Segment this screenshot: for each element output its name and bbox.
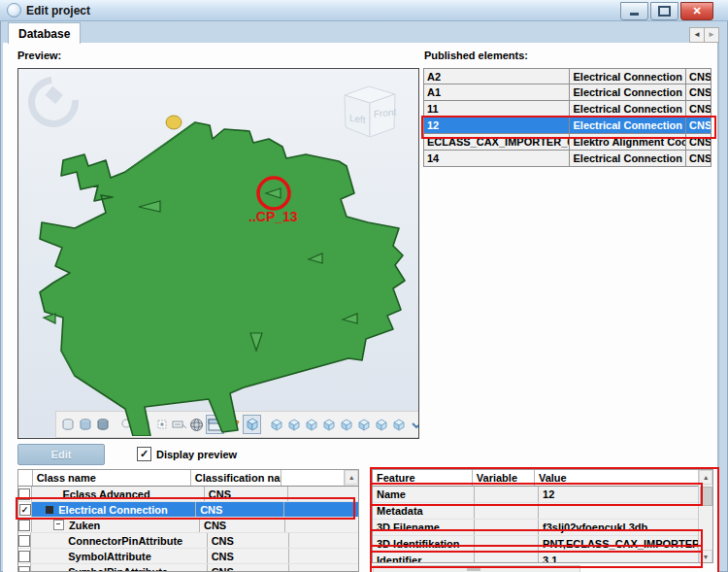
feature-cell: Metadata [373,503,475,519]
annotation-cp13-label: ..CP_13 [248,209,298,224]
chevron-right-icon: ► [708,31,715,39]
classification-cell: CNS [205,487,288,501]
published-class: CNS [686,118,711,134]
table-row[interactable]: A1 Electrical Connection CNS [423,84,711,101]
scroll-up-icon: ▲ [703,474,710,481]
value-cell: f3slj02vfoencukl.3db [539,520,712,535]
scroll-up-icon: ▲ [348,474,355,481]
tab-scroll-left-button[interactable]: ◄ [689,27,705,43]
published-name: A2 [423,68,570,84]
published-name: 12 [423,118,570,134]
class-table-scroll-up-button[interactable]: ▲ [345,470,358,485]
feature-header[interactable]: Feature [373,470,473,486]
class-name-header[interactable]: Class name [33,470,191,486]
table-row[interactable]: ConnectorPinAttribute CNS [18,533,358,549]
value-cell [539,503,712,519]
published-class: CNS [686,68,711,84]
published-elements-label: Published elements: [424,50,528,61]
class-name-cell: Zuken [32,518,200,532]
published-elements-table: A2 Electrical Connection CNS A1 Electric… [423,68,711,167]
table-row[interactable]: 3D Filename f3slj02vfoencukl.3db [373,520,712,536]
display-preview-label: Display preview [156,449,237,460]
edit-button[interactable]: Edit [17,444,105,465]
value-cell: 12 [539,487,712,502]
scrollbar-thumb[interactable] [700,487,712,506]
empty-cell [289,564,358,572]
value-header[interactable]: Value [535,470,699,486]
class-header-checkbox-col [18,470,33,486]
classification-cell: CNS [208,564,289,572]
tree-node-icon[interactable] [46,506,53,514]
classification-name-header[interactable]: Classification name [191,470,281,486]
table-row-selected[interactable]: ✓ Electrical Connection CNS [18,502,358,518]
value-cell: 3.1 [539,553,712,563]
tree-collapse-icon[interactable] [53,520,64,530]
feature-table-hscrollbar[interactable] [373,565,580,572]
model-3d-part[interactable]: ..CP_13 [18,69,416,436]
row-checkbox[interactable] [18,535,30,547]
class-name-cell: ConnectorPinAttribute [31,533,207,548]
variable-cell [475,503,539,519]
feature-table-scrollbar[interactable]: ▼ [698,486,712,563]
tab-scroll-right-button[interactable]: ► [704,27,719,43]
table-row[interactable]: Identifier 3.1 [373,553,712,563]
edit-project-dialog: Edit project ✕ Database ◄ ► Preview: Pub… [0,0,728,572]
table-row[interactable]: 11 Electrical Connection CNS [423,101,711,118]
table-row[interactable]: SymbolPinAttribute CNS [18,564,358,572]
empty-cell [284,502,358,517]
published-name: ECLASS_CAX_IMPORTER_001_CP_0 [423,134,570,151]
published-type: Electrical Connection [570,118,686,134]
tab-page-border [717,43,719,572]
close-button[interactable]: ✕ [680,2,713,20]
table-row[interactable]: A2 Electrical Connection CNS [423,68,711,84]
class-name-cell: SymbolAttribute [31,549,207,563]
minimize-button[interactable] [620,2,648,20]
table-row-selected[interactable]: 12 Electrical Connection CNS [423,118,711,134]
value-cell: PNT,ECLASS_CAX_IMPORTER_001_CP_13 [539,536,712,552]
classification-cell: CNS [196,502,284,517]
maximize-button[interactable] [650,2,678,20]
published-class: CNS [686,134,711,151]
model-yellow-marker [166,116,182,129]
row-checkbox[interactable] [18,566,30,572]
class-header-empty-col [281,470,345,486]
variable-cell [475,520,539,535]
table-row[interactable]: Name 12 [373,487,712,503]
feature-cell: Identifier [373,553,475,563]
table-row[interactable]: ECLASS_CAX_IMPORTER_001_CP_0 Elektro Ali… [423,134,711,151]
preview-viewport[interactable]: Left Front [17,68,419,439]
feature-cell: 3D Filename [373,520,475,535]
published-name: 11 [423,101,570,118]
app-icon [7,3,21,17]
tab-database-label: Database [18,27,70,41]
published-name: 14 [423,151,570,167]
table-row[interactable]: Eclass Advanced CNS [18,487,358,502]
display-preview-checkbox[interactable]: ✓ [137,447,151,461]
row-checkbox[interactable] [18,520,30,531]
published-class: CNS [686,84,711,101]
row-checkbox[interactable] [18,488,30,500]
published-type: Elektro Alignment Coordsys [570,134,686,151]
feature-scroll-up-button[interactable]: ▲ [699,470,712,485]
variable-header[interactable]: Variable [473,470,535,486]
model-outline [40,122,405,436]
variable-cell [475,536,539,552]
variable-cell [475,487,539,502]
hscrollbar-thumb[interactable] [467,566,480,571]
checkmark-icon: ✓ [140,449,149,459]
feature-cell: Name [373,487,475,502]
empty-cell [288,487,358,501]
title-bar[interactable]: Edit project ✕ [0,0,728,21]
table-row[interactable]: Metadata [373,503,712,520]
table-row[interactable]: 3D Identifikation PNT,ECLASS_CAX_IMPORTE… [373,536,712,553]
tab-database[interactable]: Database [8,22,81,44]
table-row[interactable]: Zuken CNS [18,518,358,533]
maximize-icon [658,6,671,17]
feature-scroll-down-button[interactable]: ▼ [699,550,712,563]
table-row[interactable]: SymbolAttribute CNS [18,549,358,564]
variable-cell [475,553,539,563]
class-name-cell: Eclass Advanced [32,487,205,501]
table-row[interactable]: 14 Electrical Connection CNS [423,151,711,167]
row-checkbox-checked[interactable]: ✓ [19,504,31,516]
row-checkbox[interactable] [18,551,30,562]
